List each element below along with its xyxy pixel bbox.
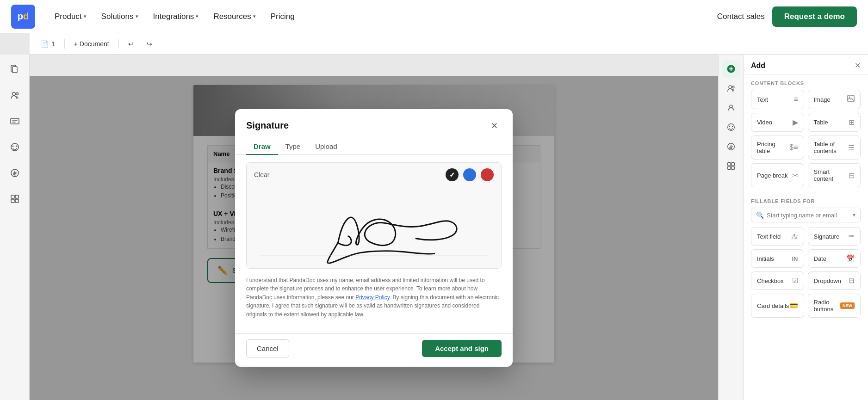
chevron-down-icon: ▾ [136, 13, 138, 19]
page-break-icon: ✂ [792, 171, 798, 180]
modal-close-button[interactable]: ✕ [487, 118, 502, 133]
text-block-icon: ≡ [794, 95, 798, 104]
block-image[interactable]: Image [808, 90, 861, 109]
svg-point-27 [849, 97, 850, 98]
svg-rect-4 [11, 118, 19, 124]
sidebar-recipients-icon[interactable] [6, 86, 24, 105]
nav-resources[interactable]: Resources ▾ [207, 8, 262, 25]
redo-button[interactable]: ↪ [143, 38, 156, 49]
block-table[interactable]: Table ⊞ [808, 113, 861, 132]
block-video[interactable]: Video ▶ [751, 113, 804, 132]
tab-upload[interactable]: Upload [308, 139, 345, 155]
cancel-button[interactable]: Cancel [246, 339, 289, 357]
accept-sign-button[interactable]: Accept and sign [422, 340, 502, 357]
field-signature[interactable]: Signature ✏ [808, 227, 861, 246]
contact-sales-link[interactable]: Contact sales [717, 12, 765, 21]
svg-point-19 [729, 126, 730, 127]
pricing-table-icon: $≡ [789, 143, 798, 152]
person-strip-icon[interactable] [722, 99, 740, 117]
card-details-icon: 💳 [789, 302, 798, 310]
sidebar-variables-icon[interactable] [6, 112, 24, 130]
tab-draw[interactable]: Draw [246, 139, 278, 155]
request-demo-button[interactable]: Request a demo [772, 6, 857, 27]
signature-field-icon: ✏ [849, 232, 855, 240]
svg-rect-25 [731, 166, 734, 169]
image-block-icon [847, 95, 855, 104]
color-blue[interactable] [463, 168, 476, 181]
chevron-down-icon: ▾ [84, 13, 87, 19]
modal-title: Signature [246, 120, 289, 131]
nav-product[interactable]: Product ▾ [48, 8, 93, 25]
svg-rect-1 [12, 67, 17, 73]
date-field-icon: 📅 [846, 254, 855, 263]
add-document-button[interactable]: + Document [70, 38, 113, 49]
nav-integrations[interactable]: Integrations ▾ [147, 8, 205, 25]
dropdown-field-icon: ⊟ [849, 277, 855, 285]
fillable-fields-label: FILLABLE FIELDS FOR [744, 193, 868, 208]
field-checkbox[interactable]: Checkbox ☑ [751, 271, 804, 290]
color-red[interactable] [481, 168, 494, 181]
fillable-search-input[interactable] [767, 212, 850, 219]
add-block-strip-icon[interactable] [722, 60, 740, 78]
editor-area: 📄 1 + Document ↩ ↪ [0, 33, 868, 400]
clear-button[interactable]: Clear [254, 171, 269, 178]
svg-rect-10 [15, 195, 19, 198]
content-blocks-label: CONTENT BLOCKS [744, 75, 868, 90]
svg-rect-9 [11, 195, 14, 198]
field-text[interactable]: Text field Aı [751, 227, 804, 246]
sidebar-pages-icon[interactable] [6, 60, 24, 79]
table-block-icon: ⊞ [849, 118, 855, 127]
privacy-policy-link[interactable]: Privacy Policy [355, 294, 390, 301]
right-sidebar-title: Add [751, 62, 765, 70]
right-sidebar-close-button[interactable]: ✕ [855, 61, 861, 70]
block-smart-content[interactable]: Smart content ⊟ [808, 163, 861, 187]
undo-button[interactable]: ↩ [124, 38, 137, 49]
initials-field-icon: IN [792, 255, 798, 262]
logo[interactable]: pd [11, 5, 35, 29]
modal-footer: Cancel Accept and sign [235, 333, 513, 367]
document-icon: 📄 [41, 40, 49, 48]
drawing-area[interactable] [247, 187, 501, 265]
block-text[interactable]: Text ≡ [751, 90, 804, 109]
signature-svg [247, 187, 501, 265]
svg-rect-23 [731, 163, 734, 166]
block-page-break[interactable]: Page break ✂ [751, 163, 804, 187]
grid-strip-icon[interactable] [722, 157, 740, 175]
doc-icon-item[interactable]: 📄 1 [37, 38, 59, 49]
modal-tabs: Draw Type Upload [235, 133, 513, 155]
content-blocks-grid: Text ≡ Image Video ▶ Table ⊞ [744, 90, 868, 193]
fillable-search-box[interactable]: 🔍 ▾ [751, 208, 861, 222]
modal-header: Signature ✕ [235, 109, 513, 133]
chevron-down-icon: ▾ [853, 212, 856, 218]
nav-pricing[interactable]: Pricing [264, 8, 301, 25]
palette-strip-icon[interactable] [722, 118, 740, 136]
field-radio-buttons[interactable]: Radio buttons NEW [808, 294, 861, 318]
signature-canvas[interactable]: Clear ✓ [246, 162, 502, 269]
nav-solutions[interactable]: Solutions ▾ [95, 8, 145, 25]
smart-content-icon: ⊟ [849, 171, 855, 180]
navbar: pd Product ▾ Solutions ▾ Integrations ▾ … [0, 0, 868, 33]
recipients-strip-icon[interactable] [722, 80, 740, 97]
svg-point-15 [729, 86, 732, 88]
field-dropdown[interactable]: Dropdown ⊟ [808, 271, 861, 290]
doc-number: 1 [51, 40, 55, 48]
undo-icon: ↩ [128, 40, 134, 48]
right-icon-strip [718, 55, 743, 400]
dollar-strip-icon[interactable] [722, 138, 740, 155]
sidebar-payments-icon[interactable] [6, 164, 24, 182]
video-block-icon: ▶ [793, 118, 798, 127]
color-black[interactable]: ✓ [446, 168, 459, 181]
redo-icon: ↪ [147, 40, 152, 48]
left-sidebar [0, 55, 30, 400]
field-card-details[interactable]: Card details 💳 [751, 294, 804, 318]
field-date[interactable]: Date 📅 [808, 249, 861, 268]
block-toc[interactable]: Table of contents ☰ [808, 135, 861, 160]
field-initials[interactable]: Initials IN [751, 249, 804, 268]
sidebar-grid-icon[interactable] [6, 190, 24, 208]
block-pricing-table[interactable]: Pricing table $≡ [751, 135, 804, 160]
toc-icon: ☰ [848, 143, 855, 152]
tab-type[interactable]: Type [278, 139, 308, 155]
editor-toolbar: 📄 1 + Document ↩ ↪ [30, 33, 868, 55]
sidebar-branding-icon[interactable] [6, 138, 24, 156]
checkbox-field-icon: ☑ [792, 277, 798, 285]
